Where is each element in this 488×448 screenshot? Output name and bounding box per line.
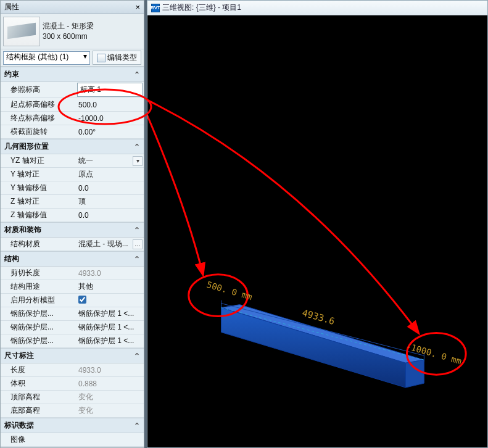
prop-value[interactable]: 原点 bbox=[76, 168, 144, 181]
group-header-ident[interactable]: 标识数据 ⌃ bbox=[1, 418, 144, 433]
svg-line-4 bbox=[221, 304, 424, 356]
edit-type-icon bbox=[97, 54, 105, 62]
prop-label: 结构用途 bbox=[7, 280, 76, 293]
prop-label: 钢筋保护层... bbox=[7, 321, 76, 334]
prop-label: Z 轴对正 bbox=[7, 195, 76, 208]
prop-value[interactable]: 0.0 bbox=[76, 210, 144, 221]
type-selector-row[interactable]: 混凝土 - 矩形梁 300 x 600mm bbox=[1, 14, 144, 49]
chevron-down-icon: ▾ bbox=[83, 52, 87, 60]
chevron-up-icon: ⌃ bbox=[134, 421, 140, 430]
prop-label: 结构材质 bbox=[7, 238, 76, 251]
prop-value: 变化 bbox=[76, 404, 144, 417]
prop-label: 钢筋保护层... bbox=[7, 307, 76, 320]
prop-start-offset[interactable]: 起点标高偏移 500.0 bbox=[1, 98, 144, 112]
prop-y-offset[interactable]: Y 轴偏移值 0.0 bbox=[1, 181, 144, 195]
prop-label: 参照标高 bbox=[7, 83, 76, 96]
edit-type-label: 编辑类型 bbox=[107, 52, 137, 63]
group-header-structure[interactable]: 结构 ⌃ bbox=[1, 251, 144, 267]
prop-label: Z 轴偏移值 bbox=[7, 209, 76, 222]
viewport-3d[interactable]: 500. 0 mm 4933.6 -1000. 0 mm bbox=[147, 15, 487, 447]
properties-titlebar: 属性 × bbox=[1, 1, 144, 14]
prop-value[interactable] bbox=[76, 294, 144, 307]
type-thumbnail bbox=[3, 17, 40, 46]
chevron-up-icon: ⌃ bbox=[134, 143, 140, 151]
prop-bottom-elev: 底部高程 变化 bbox=[1, 404, 144, 418]
group-header-label: 标识数据 bbox=[4, 420, 34, 431]
prop-top-elev: 顶部高程 变化 bbox=[1, 391, 144, 404]
prop-value[interactable]: 标高 1 bbox=[77, 83, 143, 97]
prop-label: Y 轴对正 bbox=[7, 168, 76, 181]
group-header-geom-pos[interactable]: 几何图形位置 ⌃ bbox=[1, 139, 144, 154]
group-header-label: 材质和装饰 bbox=[4, 225, 41, 235]
prop-image[interactable]: 图像 bbox=[1, 433, 144, 447]
edit-type-button[interactable]: 编辑类型 bbox=[93, 51, 141, 65]
prop-enable-analysis[interactable]: 启用分析模型 bbox=[1, 294, 144, 307]
group-header-material[interactable]: 材质和装饰 ⌃ bbox=[1, 222, 144, 238]
document-icon: RVT bbox=[151, 4, 160, 12]
prop-label: 启用分析模型 bbox=[7, 294, 76, 307]
prop-label: YZ 轴对正 bbox=[7, 154, 76, 167]
prop-value: 0.888 bbox=[76, 378, 144, 389]
prop-volume: 体积 0.888 bbox=[1, 377, 144, 391]
instance-selector-text: 结构框架 (其他) (1) bbox=[6, 52, 68, 61]
group-header-label: 尺寸标注 bbox=[4, 351, 34, 361]
prop-value[interactable]: 500.0 bbox=[76, 99, 144, 110]
group-header-label: 约束 bbox=[4, 69, 19, 80]
prop-value[interactable]: 其他 bbox=[76, 280, 144, 293]
prop-value[interactable]: 钢筋保护层 1 <... bbox=[76, 321, 144, 334]
prop-value[interactable]: 0.0 bbox=[76, 183, 144, 194]
svg-marker-2 bbox=[405, 360, 424, 388]
prop-rebar-cover-a[interactable]: 钢筋保护层... 钢筋保护层 1 <... bbox=[1, 307, 144, 321]
prop-value: 4933.0 bbox=[76, 268, 144, 279]
group-header-dim[interactable]: 尺寸标注 ⌃ bbox=[1, 348, 144, 363]
prop-value[interactable]: -1000.0 bbox=[76, 113, 144, 124]
prop-z-justify[interactable]: Z 轴对正 顶 bbox=[1, 195, 144, 209]
prop-label: 图像 bbox=[7, 433, 76, 446]
prop-length: 长度 4933.0 bbox=[1, 363, 144, 377]
prop-usage[interactable]: 结构用途 其他 bbox=[1, 280, 144, 294]
prop-comment[interactable]: 注释 bbox=[1, 447, 144, 447]
prop-value[interactable]: 混凝土 - 现场... bbox=[76, 238, 131, 251]
prop-label: 底部高程 bbox=[7, 404, 76, 417]
prop-ref-level[interactable]: 参照标高 标高 1 bbox=[1, 82, 144, 98]
prop-y-justify[interactable]: Y 轴对正 原点 bbox=[1, 168, 144, 181]
chevron-up-icon: ⌃ bbox=[134, 352, 140, 360]
prop-end-offset[interactable]: 终点标高偏移 -1000.0 bbox=[1, 112, 144, 125]
ellipsis-icon[interactable]: … bbox=[133, 239, 143, 249]
prop-label: 横截面旋转 bbox=[7, 125, 76, 138]
instance-selector[interactable]: 结构框架 (其他) (1) ▾ bbox=[3, 51, 90, 65]
prop-cut-length: 剪切长度 4933.0 bbox=[1, 267, 144, 280]
prop-value[interactable] bbox=[76, 439, 144, 441]
prop-z-offset[interactable]: Z 轴偏移值 0.0 bbox=[1, 209, 144, 222]
properties-panel: 属性 × 混凝土 - 矩形梁 300 x 600mm 结构框架 (其他) (1)… bbox=[0, 0, 144, 448]
prop-value: 变化 bbox=[76, 391, 144, 404]
close-icon[interactable]: × bbox=[135, 2, 140, 12]
group-header-constraint[interactable]: 约束 ⌃ bbox=[1, 67, 144, 82]
instance-selector-row: 结构框架 (其他) (1) ▾ 编辑类型 bbox=[1, 49, 144, 67]
prop-value[interactable]: 钢筋保护层 1 <... bbox=[76, 334, 144, 347]
prop-label: 体积 bbox=[7, 377, 76, 390]
type-text: 混凝土 - 矩形梁 300 x 600mm bbox=[43, 21, 94, 42]
properties-scroll[interactable]: 约束 ⌃ 参照标高 标高 1 起点标高偏移 500.0 终点标高偏移 -1000… bbox=[1, 67, 144, 447]
prop-label: 长度 bbox=[7, 363, 76, 376]
prop-rebar-cover-c[interactable]: 钢筋保护层... 钢筋保护层 1 <... bbox=[1, 334, 144, 348]
enable-analysis-checkbox[interactable] bbox=[78, 296, 86, 304]
prop-value[interactable]: 顶 bbox=[76, 195, 144, 208]
view-tab[interactable]: RVT 三维视图: {三维} - 项目1 bbox=[147, 1, 487, 15]
prop-rotation[interactable]: 横截面旋转 0.00° bbox=[1, 125, 144, 139]
group-header-label: 几何图形位置 bbox=[4, 141, 49, 152]
prop-struct-material[interactable]: 结构材质 混凝土 - 现场... … bbox=[1, 238, 144, 251]
prop-value[interactable]: 钢筋保护层 1 <... bbox=[76, 307, 144, 320]
prop-label: 注释 bbox=[7, 447, 76, 447]
prop-label: 终点标高偏移 bbox=[7, 112, 76, 125]
view-title: 三维视图: {三维} - 项目1 bbox=[162, 2, 241, 13]
dim-start-offset: 500. 0 mm bbox=[205, 280, 253, 302]
type-size: 300 x 600mm bbox=[43, 31, 94, 42]
chevron-up-icon: ⌃ bbox=[134, 255, 140, 263]
prop-value[interactable]: 统一 bbox=[76, 154, 131, 167]
prop-yz-justify[interactable]: YZ 轴对正 统一 ▾ bbox=[1, 154, 144, 168]
dropdown-icon[interactable]: ▾ bbox=[133, 156, 143, 166]
prop-label: 起点标高偏移 bbox=[7, 98, 76, 111]
prop-rebar-cover-b[interactable]: 钢筋保护层... 钢筋保护层 1 <... bbox=[1, 321, 144, 334]
prop-value[interactable]: 0.00° bbox=[76, 127, 144, 138]
